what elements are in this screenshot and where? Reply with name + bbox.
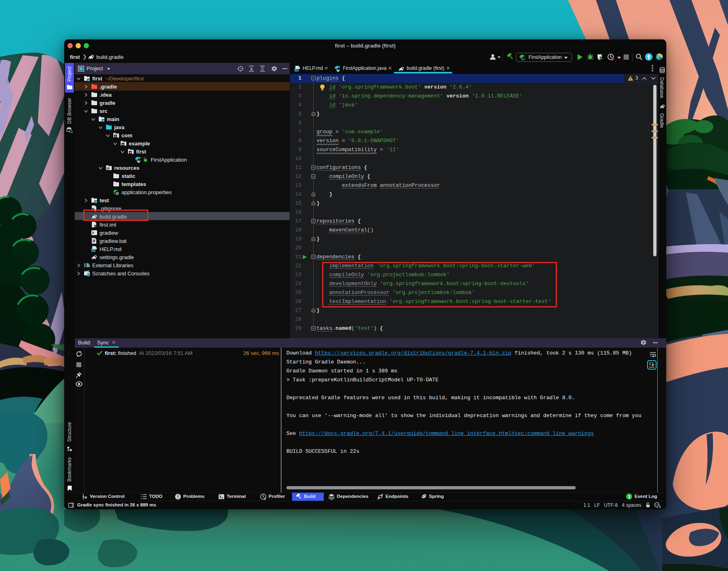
svg-text:MD: MD	[92, 249, 96, 252]
svg-text:MD: MD	[295, 69, 299, 71]
